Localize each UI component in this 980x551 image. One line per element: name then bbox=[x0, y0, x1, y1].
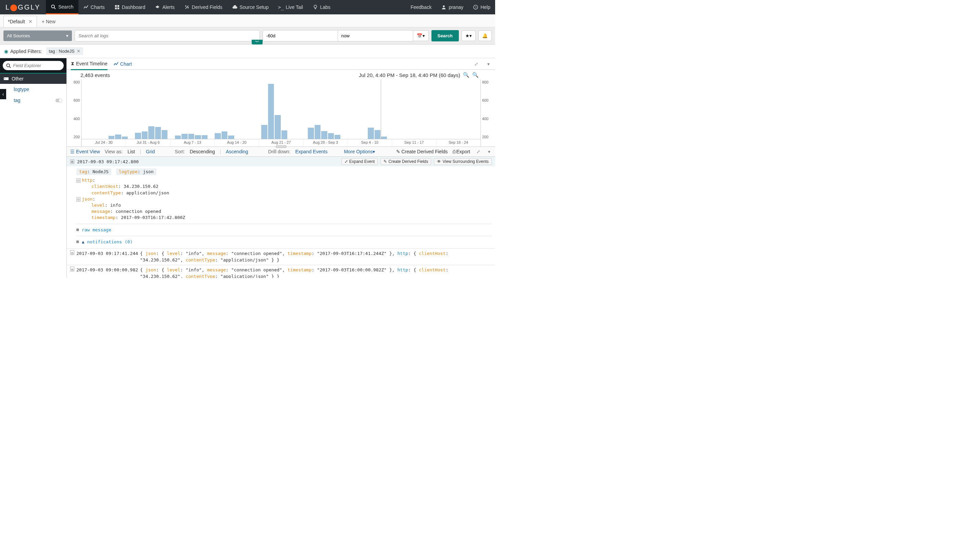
chart-bar[interactable] bbox=[261, 125, 267, 139]
chart-bar[interactable] bbox=[148, 126, 154, 139]
chart-bar[interactable] bbox=[315, 125, 320, 139]
nav-search[interactable]: Search bbox=[46, 0, 78, 14]
event-view-button[interactable]: ☰ Event View bbox=[70, 149, 100, 154]
nav-derived-fields[interactable]: Derived Fields bbox=[180, 0, 227, 14]
chart-bar[interactable] bbox=[228, 135, 234, 139]
chart-bar[interactable] bbox=[181, 134, 187, 139]
nav-user[interactable]: pranay bbox=[436, 0, 468, 14]
favorite-button[interactable]: ★▾ bbox=[461, 30, 476, 41]
expand-icon[interactable]: ⊞ bbox=[76, 239, 79, 245]
svg-rect-2 bbox=[115, 5, 117, 7]
nav-feedback[interactable]: Feedback bbox=[406, 0, 436, 14]
alerts-bell-button[interactable]: 🔔 bbox=[478, 30, 492, 41]
search-input[interactable] bbox=[75, 30, 260, 41]
tab-chart[interactable]: Chart bbox=[114, 59, 132, 70]
remove-icon[interactable]: ✕ bbox=[77, 49, 81, 54]
nav-alerts[interactable]: Alerts bbox=[150, 0, 180, 14]
sidebar-item-tag[interactable]: tag bbox=[0, 95, 67, 106]
search-button[interactable]: Search bbox=[431, 30, 459, 41]
chart-bar[interactable] bbox=[142, 132, 148, 139]
raw-message-link[interactable]: raw message bbox=[82, 227, 111, 232]
collapse-icon[interactable]: ⊟ bbox=[70, 159, 74, 164]
new-tab-button[interactable]: + New bbox=[38, 16, 60, 27]
sidebar: Other logtype tag bbox=[0, 58, 67, 278]
expand-event-button[interactable]: ⤢Expand Event bbox=[341, 158, 378, 165]
expand-icon[interactable]: ⊞ bbox=[76, 227, 79, 232]
collapse-sidebar-button[interactable]: ‹ bbox=[0, 89, 6, 99]
nav-help[interactable]: ? Help bbox=[468, 0, 495, 14]
nav-charts[interactable]: Charts bbox=[78, 0, 110, 14]
chart-bar[interactable] bbox=[334, 135, 340, 139]
field-explorer-input[interactable] bbox=[13, 63, 57, 68]
chart-plot[interactable]: Jul 24 - 30Jul 31 - Aug 6Aug 7 - 13Aug 1… bbox=[81, 79, 481, 146]
bell-icon: 🔔 bbox=[482, 33, 488, 38]
resize-handle[interactable] bbox=[276, 145, 286, 148]
chart-bar[interactable] bbox=[268, 84, 274, 139]
nav-live-tail[interactable]: >_ Live Tail bbox=[273, 0, 307, 14]
chart-bar[interactable] bbox=[321, 131, 327, 139]
create-derived-fields-button[interactable]: ✎Create Derived Fields bbox=[396, 149, 447, 154]
chart-bar[interactable] bbox=[155, 127, 161, 139]
x-tick: Sep 4 - 10 bbox=[348, 139, 392, 146]
nav-labs[interactable]: Labs bbox=[308, 0, 335, 14]
chart-bar[interactable] bbox=[108, 136, 115, 139]
chart-bar[interactable] bbox=[308, 128, 313, 139]
chart-bar[interactable] bbox=[275, 115, 280, 139]
nav-source-setup[interactable]: Source Setup bbox=[228, 0, 274, 14]
view-list-button[interactable]: List bbox=[127, 149, 135, 154]
chart-bar[interactable] bbox=[162, 130, 167, 139]
chart-bar[interactable] bbox=[282, 130, 287, 139]
expand-icon[interactable]: ⊞ bbox=[70, 267, 74, 272]
toggle-icon[interactable] bbox=[56, 98, 62, 102]
chart-bar[interactable] bbox=[215, 133, 221, 139]
collapse-icon[interactable]: ⊟ bbox=[76, 197, 81, 202]
expand-events-button[interactable]: Expand Events bbox=[295, 149, 327, 154]
chevron-down-icon[interactable]: ▾ bbox=[486, 61, 491, 67]
chart-bar[interactable] bbox=[115, 135, 121, 139]
view-grid-button[interactable]: Grid bbox=[146, 149, 155, 154]
calendar-button[interactable]: 📅▾ bbox=[413, 30, 429, 41]
source-selector[interactable]: All Sources bbox=[3, 30, 72, 41]
view-surrounding-button[interactable]: 👁View Surrounding Events bbox=[434, 158, 492, 165]
close-icon[interactable]: ✕ bbox=[29, 19, 33, 24]
chart-bar[interactable] bbox=[175, 135, 181, 139]
more-options-button[interactable]: More Options▾ bbox=[344, 149, 375, 154]
sort-desc-button[interactable]: Descending bbox=[190, 149, 215, 154]
chart-bar[interactable] bbox=[135, 133, 141, 139]
chevron-down-icon[interactable]: ▾ bbox=[487, 149, 492, 154]
chart-bar[interactable] bbox=[375, 130, 380, 139]
collapse-icon[interactable]: ⊟ bbox=[76, 178, 81, 183]
event-tag-chip[interactable]: logtype: json bbox=[116, 168, 156, 175]
zoom-in-icon[interactable]: 🔍 bbox=[472, 72, 479, 78]
sort-asc-button[interactable]: Ascending bbox=[226, 149, 248, 154]
now-line bbox=[381, 79, 381, 139]
field-explorer-search[interactable] bbox=[3, 61, 64, 70]
expand-search-toggle[interactable]: ︾ bbox=[252, 40, 262, 44]
chart-bar[interactable] bbox=[195, 135, 200, 139]
notifications-link[interactable]: notifications (0) bbox=[87, 239, 132, 245]
zoom-out-icon[interactable]: 🔍 bbox=[463, 72, 469, 78]
sidebar-item-logtype[interactable]: logtype bbox=[0, 84, 67, 95]
time-to-input[interactable] bbox=[338, 30, 413, 41]
chart-bar[interactable] bbox=[368, 128, 374, 139]
nav-dashboard[interactable]: Dashboard bbox=[110, 0, 150, 14]
chart-bar[interactable] bbox=[221, 132, 228, 139]
expand-icon[interactable]: ⤢ bbox=[475, 149, 482, 154]
y-axis-left: 800600400200 bbox=[71, 79, 81, 146]
chart-bar[interactable] bbox=[202, 135, 207, 139]
star-icon: ★▾ bbox=[465, 33, 472, 38]
expand-icon[interactable]: ⊞ bbox=[70, 250, 74, 255]
tab-event-timeline[interactable]: ⧗ Event Timeline bbox=[71, 58, 108, 70]
calendar-icon: 📅▾ bbox=[417, 33, 425, 38]
create-derived-button[interactable]: ✎Create Derived Fields bbox=[380, 158, 431, 165]
export-button[interactable]: ⎙Export bbox=[453, 149, 470, 154]
event-tag-chip[interactable]: tag: NodeJS bbox=[76, 168, 111, 175]
chart-bar[interactable] bbox=[188, 134, 194, 139]
expand-icon[interactable]: ⤢ bbox=[473, 61, 480, 67]
svg-rect-4 bbox=[115, 8, 117, 9]
tab-default[interactable]: *Default ✕ bbox=[3, 16, 37, 27]
sidebar-section-other[interactable]: Other bbox=[0, 73, 67, 84]
time-from-input[interactable] bbox=[262, 30, 338, 41]
filter-chip[interactable]: tag : NodeJS ✕ bbox=[46, 47, 83, 55]
chart-bar[interactable] bbox=[328, 133, 334, 139]
